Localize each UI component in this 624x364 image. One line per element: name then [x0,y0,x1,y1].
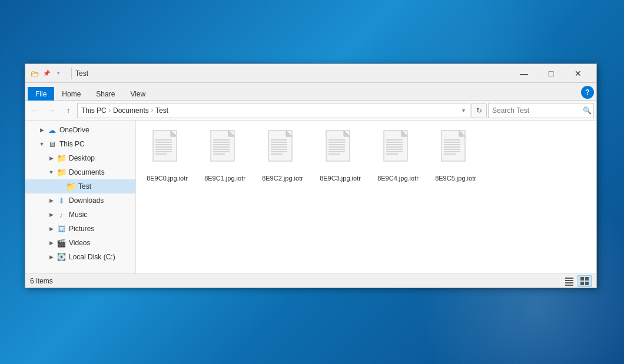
test-folder-icon: 📁 [65,181,76,192]
sidebar-item-label-documents: Documents [69,168,105,176]
file-name: 8E9C3.jpg.iotr [320,174,361,182]
svg-rect-66 [580,282,584,285]
up-button[interactable]: ↑ [61,103,76,118]
file-icon-2 [265,129,300,172]
file-icon-5 [438,129,473,172]
view-large-icons-button[interactable] [577,275,592,287]
sidebar-item-label-local-disk: Local Disk (C:) [69,253,115,261]
window-controls: — □ ✕ [510,64,592,83]
disk-icon: 💽 [56,252,67,262]
expand-music: ▶ [47,210,56,219]
tab-view[interactable]: View [122,87,153,101]
svg-rect-62 [565,282,573,283]
main-content: ▶ ☁ OneDrive ▼ 🖥 This PC ▶ 📁 Desktop ▼ 📁… [25,121,596,273]
videos-icon: 🎬 [56,238,67,248]
sidebar-item-onedrive[interactable]: ▶ ☁ OneDrive [25,123,135,137]
sidebar-item-this-pc[interactable]: ▼ 🖥 This PC [25,137,135,151]
window-title: Test [75,69,510,78]
sidebar-item-label-test: Test [78,182,91,191]
file-item[interactable]: 8E9C0.jpg.iotr [141,125,194,186]
sidebar-item-label-pictures: Pictures [69,225,94,233]
sidebar-item-pictures[interactable]: ▶ 🖼 Pictures [25,222,135,236]
title-bar: 🗁 📌 ▾ Test — □ ✕ [25,64,596,83]
tab-share[interactable]: Share [88,87,122,101]
minimize-button[interactable]: — [510,64,537,83]
file-item[interactable]: 8E9C3.jpg.iotr [314,125,367,186]
file-item[interactable]: 8E9C2.jpg.iotr [256,125,309,186]
tab-home[interactable]: Home [54,87,88,101]
sidebar-item-desktop[interactable]: ▶ 📁 Desktop [25,151,135,165]
search-bar: 🔍 [488,103,594,118]
maximize-button[interactable]: □ [537,64,565,83]
file-icon-1 [207,129,243,172]
sidebar-item-label-music: Music [69,211,87,219]
file-item[interactable]: 8E9C1.jpg.iotr [198,125,251,186]
sidebar-item-label-downloads: Downloads [69,196,104,205]
sidebar-item-music[interactable]: ▶ ♪ Music [25,208,135,222]
file-name: 8E9C2.jpg.iotr [262,174,303,182]
breadcrumb-test[interactable]: Test [155,106,168,115]
breadcrumb-sep-2: › [151,107,153,113]
sidebar-item-test[interactable]: 📁 Test [25,179,135,193]
window-folder-icon: 🗁 [30,69,39,78]
search-input[interactable] [492,106,580,115]
view-toggle [562,275,592,287]
expand-downloads: ▶ [47,196,56,205]
sidebar: ▶ ☁ OneDrive ▼ 🖥 This PC ▶ 📁 Desktop ▼ 📁… [25,121,136,273]
svg-rect-67 [585,282,589,285]
window-pin-icon: 📌 [42,69,51,78]
sidebar-item-documents[interactable]: ▼ 📁 Documents [25,165,135,179]
file-name: 8E9C4.jpg.iotr [377,174,419,182]
svg-rect-63 [565,285,573,286]
expand-videos: ▶ [47,238,56,248]
close-button[interactable]: ✕ [565,64,592,83]
file-icon-0 [150,129,185,172]
breadcrumb-this-pc[interactable]: This PC [81,106,107,115]
expand-desktop: ▶ [47,153,56,163]
title-bar-icons: 🗁 📌 ▾ [30,69,63,78]
sidebar-item-label-onedrive: OneDrive [59,126,89,134]
file-item[interactable]: 8E9C5.jpg.iotr [429,125,482,186]
onedrive-icon: ☁ [47,125,57,135]
svg-rect-61 [565,280,573,281]
title-separator [71,68,72,79]
svg-rect-64 [580,277,584,280]
address-dropdown-icon[interactable]: ▼ [461,108,466,113]
music-icon: ♪ [56,209,67,220]
file-explorer-window: 🗁 📌 ▾ Test — □ ✕ File Home Share View ? … [25,64,597,288]
file-area: 8E9C0.jpg.iotr 8E9C1.jpg.iotr [136,121,596,273]
sidebar-item-local-disk[interactable]: ▶ 💽 Local Disk (C:) [25,250,135,264]
pictures-icon: 🖼 [56,223,67,234]
ribbon-tabs: File Home Share View ? [25,83,596,101]
tab-file[interactable]: File [28,87,54,101]
back-button[interactable]: ← [28,103,43,118]
file-name: 8E9C5.jpg.iotr [435,174,476,182]
search-icon[interactable]: 🔍 [583,106,592,115]
svg-rect-65 [585,277,589,280]
address-bar[interactable]: This PC › Documents › Test ▼ [77,103,470,118]
refresh-button[interactable]: ↻ [472,103,487,118]
breadcrumb-documents[interactable]: Documents [113,106,149,115]
file-icon-4 [380,129,416,172]
this-pc-icon: 🖥 [47,139,57,149]
breadcrumb-sep-1: › [109,107,111,113]
window-dropdown-icon[interactable]: ▾ [54,69,63,78]
file-name: 8E9C1.jpg.iotr [204,174,245,182]
forward-button[interactable]: → [44,103,59,118]
sidebar-item-videos[interactable]: ▶ 🎬 Videos [25,236,135,250]
sidebar-item-downloads[interactable]: ▶ ⬇ Downloads [25,193,135,208]
item-count: 6 items [30,277,562,285]
documents-folder-icon: 📁 [56,167,67,178]
sidebar-item-label-videos: Videos [69,239,90,247]
nav-bar: ← → ↑ This PC › Documents › Test ▼ ↻ 🔍 [25,101,596,121]
expand-this-pc: ▼ [37,139,47,149]
expand-test [56,182,65,191]
sidebar-item-label-desktop: Desktop [69,154,95,162]
view-details-button[interactable] [562,275,576,287]
file-name: 8E9C0.jpg.iotr [147,174,188,182]
desktop-folder-icon: 📁 [56,153,67,163]
svg-rect-60 [565,278,573,279]
expand-local-disk: ▶ [47,252,56,262]
help-button[interactable]: ? [581,86,594,99]
file-item[interactable]: 8E9C4.jpg.iotr [371,125,424,186]
